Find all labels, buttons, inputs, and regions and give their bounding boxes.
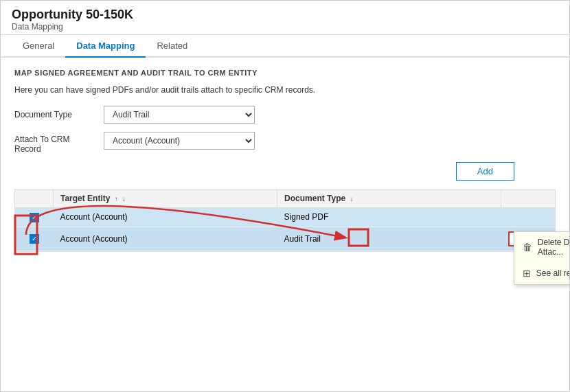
col-document-label: Document Type	[284, 194, 347, 203]
col-action	[501, 189, 555, 208]
row1-checkbox[interactable]: ✓	[30, 213, 39, 222]
attach-crm-label: Attach To CRMRecord	[14, 132, 104, 154]
sort-asc-icon: ↑	[115, 195, 118, 203]
data-mapping-table-wrapper: Target Entity ↑ ↓ Document Type ↓	[14, 189, 556, 252]
tab-data-mapping[interactable]: Data Mapping	[65, 35, 146, 58]
row2-target-entity: Account (Account)	[53, 227, 277, 251]
check-icon: ✓	[32, 235, 37, 242]
data-mapping-table: Target Entity ↑ ↓ Document Type ↓	[15, 189, 555, 251]
context-menu-delete[interactable]: 🗑 Delete Data Mapping Attac...	[514, 232, 569, 262]
table-header-row: Target Entity ↑ ↓ Document Type ↓	[15, 189, 555, 208]
attach-crm-select[interactable]: Account (Account) Contact (Contact) Oppo…	[104, 132, 255, 150]
row2-check-cell[interactable]: ✓	[15, 227, 53, 251]
context-menu-see-all[interactable]: ⊞ See all records	[514, 262, 569, 284]
tab-general[interactable]: General	[12, 35, 65, 58]
row1-target-entity: Account (Account)	[53, 208, 277, 227]
context-menu-see-all-label: See all records	[536, 268, 569, 278]
check-icon: ✓	[32, 214, 37, 221]
col-document-sort-icon: ↓	[350, 195, 354, 203]
add-button[interactable]: Add	[456, 162, 514, 181]
page-title: Opportunity 50-150K	[12, 8, 558, 22]
col-target-entity: Target Entity ↑ ↓	[53, 189, 277, 208]
col-target-label: Target Entity	[60, 194, 113, 203]
main-content: MAP SIGNED AGREEMENT AND AUDIT TRAIL TO …	[1, 58, 569, 391]
page-subtitle: Data Mapping	[12, 22, 558, 32]
attach-crm-row: Attach To CRMRecord Account (Account) Co…	[14, 132, 556, 154]
document-type-label: Document Type	[14, 110, 104, 119]
tab-related[interactable]: Related	[146, 35, 198, 58]
sort-desc-icon: ↓	[122, 195, 126, 203]
row2-action: ⋮ 🗑 Delete Data Mapping Attac... ⊞	[501, 227, 555, 251]
add-button-row: Add	[14, 162, 556, 181]
header: Opportunity 50-150K Data Mapping	[1, 1, 569, 35]
row2-document-type: Audit Trail	[277, 227, 501, 251]
row2-checkbox[interactable]: ✓	[30, 234, 39, 244]
col-check	[15, 189, 53, 208]
tab-bar: General Data Mapping Related	[1, 35, 569, 58]
delete-icon: 🗑	[523, 242, 532, 253]
document-type-row: Document Type Audit Trail Signed PDF	[14, 106, 556, 124]
table-body: ✓ Account (Account) Signed PDF ✓	[15, 208, 555, 251]
table-row: ✓ Account (Account) Signed PDF	[15, 208, 555, 227]
see-all-icon: ⊞	[523, 268, 531, 279]
context-menu: 🗑 Delete Data Mapping Attac... ⊞ See all…	[514, 231, 569, 285]
section-title: MAP SIGNED AGREEMENT AND AUDIT TRAIL TO …	[14, 69, 556, 77]
section-description: Here you can have signed PDFs and/or aud…	[14, 85, 556, 95]
row1-action	[501, 208, 555, 227]
table-row: ✓ Account (Account) Audit Trail ⋮	[15, 227, 555, 251]
context-menu-delete-label: Delete Data Mapping Attac...	[538, 238, 569, 257]
row1-check-cell[interactable]: ✓	[15, 208, 53, 227]
page-wrapper: Opportunity 50-150K Data Mapping General…	[0, 0, 570, 392]
row1-document-type: Signed PDF	[277, 208, 501, 227]
document-type-select[interactable]: Audit Trail Signed PDF	[104, 106, 255, 124]
col-document-type: Document Type ↓	[277, 189, 501, 208]
